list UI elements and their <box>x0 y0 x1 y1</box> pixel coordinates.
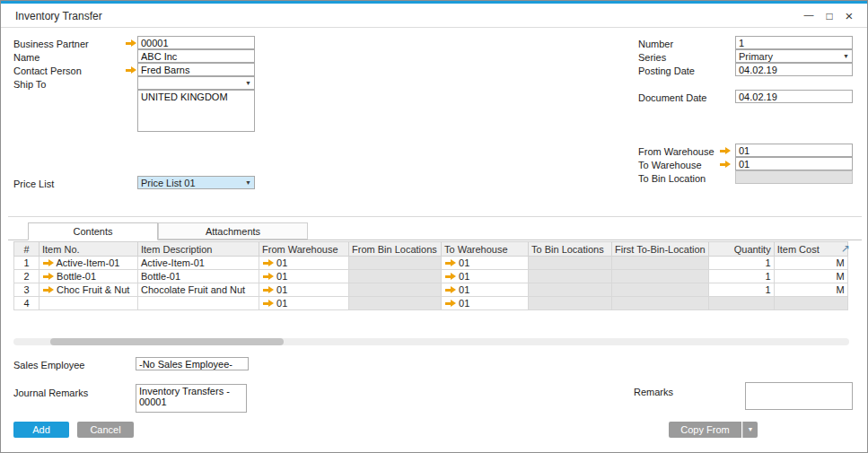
link-arrow-icon[interactable] <box>444 299 456 308</box>
from-warehouse-input[interactable] <box>735 144 853 157</box>
ship-to-address-textarea[interactable]: UNITED KINGDOM <box>137 90 255 132</box>
title-bar[interactable]: Inventory Transfer — □ × <box>1 4 867 28</box>
document-date-input[interactable] <box>735 90 853 103</box>
table-header-row: # Item No. Item Description From Warehou… <box>14 242 848 257</box>
close-icon[interactable]: × <box>841 8 857 24</box>
scrollbar-thumb[interactable] <box>50 338 284 345</box>
link-arrow-icon[interactable] <box>42 272 54 281</box>
col-header-item-description[interactable]: Item Description <box>138 242 259 257</box>
link-arrow-icon[interactable] <box>719 146 731 155</box>
contact-person-input[interactable] <box>137 63 255 76</box>
row-number-cell[interactable]: 4 <box>14 297 39 310</box>
link-arrow-icon[interactable] <box>262 272 274 281</box>
link-arrow-icon[interactable] <box>125 39 136 48</box>
item-cost-cell[interactable]: M <box>774 270 847 283</box>
to-warehouse-cell[interactable]: 01 <box>442 297 529 310</box>
series-label: Series <box>638 52 666 63</box>
link-arrow-icon[interactable] <box>444 258 456 267</box>
from-warehouse-text: 01 <box>276 284 287 295</box>
to-warehouse-input[interactable] <box>735 157 853 170</box>
quantity-cell[interactable]: 1 <box>708 283 774 297</box>
name-input[interactable] <box>137 49 255 63</box>
number-input[interactable] <box>735 36 853 49</box>
panel-top-divider <box>8 216 862 217</box>
col-header-row-number[interactable]: # <box>14 242 39 257</box>
row-number-cell[interactable]: 2 <box>14 270 39 283</box>
journal-remarks-textarea[interactable]: Inventory Transfers - 00001 <box>136 384 247 413</box>
table-row[interactable]: 2 Bottle-01 Bottle-01 01 01 1 M <box>14 270 848 283</box>
col-header-to-bin-locations[interactable]: To Bin Locations <box>529 242 612 257</box>
item-no-cell[interactable] <box>39 297 138 310</box>
link-arrow-icon[interactable] <box>719 160 731 169</box>
minimize-icon[interactable]: — <box>801 8 817 24</box>
from-bin-locations-cell <box>349 297 442 310</box>
from-warehouse-cell[interactable]: 01 <box>259 270 349 283</box>
copy-from-button[interactable]: Copy From <box>669 422 741 438</box>
to-warehouse-cell[interactable]: 01 <box>442 283 529 297</box>
sales-employee-label: Sales Employee <box>13 360 85 370</box>
col-header-item-no[interactable]: Item No. <box>39 242 138 257</box>
item-no-cell[interactable]: Bottle-01 <box>39 270 138 283</box>
business-partner-label: Business Partner <box>13 39 89 49</box>
col-header-item-cost[interactable]: Item Cost <box>774 242 847 257</box>
remarks-label: Remarks <box>634 387 673 397</box>
add-button[interactable]: Add <box>13 422 69 438</box>
quantity-cell[interactable]: 1 <box>708 257 774 270</box>
link-arrow-icon[interactable] <box>262 299 274 308</box>
price-list-dropdown[interactable]: Price List 01 ▼ <box>137 176 255 189</box>
link-arrow-icon[interactable] <box>444 285 456 294</box>
row-number-cell[interactable]: 1 <box>14 257 39 270</box>
copy-from-dropdown-icon[interactable]: ▼ <box>742 422 758 438</box>
ship-to-dropdown[interactable]: ▼ <box>137 76 255 90</box>
link-arrow-icon[interactable] <box>444 272 456 281</box>
table-row[interactable]: 4 01 01 <box>14 297 848 310</box>
item-no-text: Choc Fruit & Nut <box>57 284 129 295</box>
quantity-cell[interactable]: 1 <box>708 270 774 283</box>
link-arrow-icon[interactable] <box>125 65 136 74</box>
item-description-cell[interactable] <box>138 297 259 310</box>
item-cost-cell[interactable]: M <box>774 283 847 297</box>
to-bin-location-label: To Bin Location <box>638 173 706 184</box>
tab-attachments[interactable]: Attachments <box>158 222 308 240</box>
posting-date-input[interactable] <box>735 63 853 76</box>
to-warehouse-text: 01 <box>459 298 469 309</box>
expand-grid-icon[interactable]: ↗ <box>839 243 852 256</box>
series-dropdown[interactable]: Primary ▼ <box>735 49 853 63</box>
col-header-quantity[interactable]: Quantity <box>708 242 774 257</box>
col-header-to-warehouse[interactable]: To Warehouse <box>442 242 529 257</box>
col-header-first-to-bin[interactable]: First To-Bin-Location <box>612 242 709 257</box>
remarks-textarea[interactable] <box>745 382 853 410</box>
from-warehouse-cell[interactable]: 01 <box>259 283 349 297</box>
link-arrow-icon[interactable] <box>262 258 274 267</box>
table-row[interactable]: 3 Choc Fruit & Nut Chocolate Fruit and N… <box>14 283 848 297</box>
item-description-cell[interactable]: Chocolate Fruit and Nut <box>138 283 259 297</box>
item-no-cell[interactable]: Active-Item-01 <box>39 257 138 270</box>
tab-contents[interactable]: Contents <box>28 222 158 240</box>
maximize-icon[interactable]: □ <box>821 8 837 24</box>
to-warehouse-text: 01 <box>459 271 469 282</box>
to-warehouse-cell[interactable]: 01 <box>442 270 529 283</box>
item-no-cell[interactable]: Choc Fruit & Nut <box>39 283 138 297</box>
col-header-from-warehouse[interactable]: From Warehouse <box>259 242 349 257</box>
from-warehouse-cell[interactable]: 01 <box>259 297 349 310</box>
row-number-cell[interactable]: 3 <box>14 283 39 297</box>
item-cost-cell[interactable]: M <box>774 257 847 270</box>
item-description-cell[interactable]: Active-Item-01 <box>138 257 259 270</box>
item-description-cell[interactable]: Bottle-01 <box>138 270 259 283</box>
from-warehouse-text: 01 <box>276 271 287 282</box>
first-to-bin-cell <box>612 283 709 297</box>
link-arrow-icon[interactable] <box>262 285 274 294</box>
business-partner-input[interactable] <box>137 36 255 49</box>
to-warehouse-cell[interactable]: 01 <box>442 257 529 270</box>
from-warehouse-cell[interactable]: 01 <box>259 257 349 270</box>
link-arrow-icon[interactable] <box>42 285 54 294</box>
sales-employee-input[interactable] <box>136 357 249 370</box>
col-header-from-bin-locations[interactable]: From Bin Locations <box>349 242 442 257</box>
horizontal-scrollbar[interactable] <box>13 338 849 345</box>
link-arrow-icon[interactable] <box>42 258 54 267</box>
table-row[interactable]: 1 Active-Item-01 Active-Item-01 01 01 1 … <box>14 257 848 270</box>
chevron-down-icon: ▼ <box>245 80 251 86</box>
cancel-button[interactable]: Cancel <box>77 422 134 438</box>
document-date-label: Document Date <box>638 92 706 103</box>
to-warehouse-label: To Warehouse <box>638 160 702 170</box>
